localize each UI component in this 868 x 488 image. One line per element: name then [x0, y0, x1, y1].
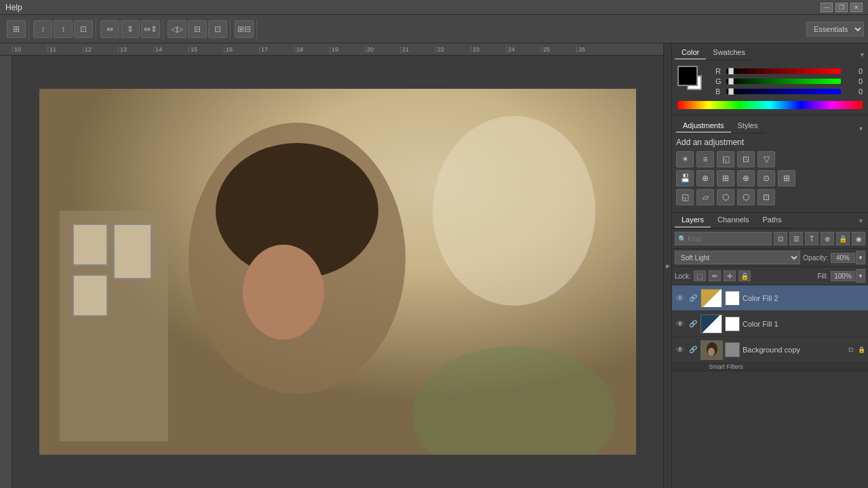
color-panel-content: R 0 G 0: [675, 63, 865, 112]
adj-selective-icon[interactable]: ⬡: [737, 189, 755, 205]
layer-name-color-fill-1: Color Fill 1: [743, 320, 865, 328]
panel-collapse-left[interactable]: ▶: [663, 43, 671, 488]
toolbar-btn-3[interactable]: ↕: [54, 20, 73, 38]
green-slider[interactable]: [726, 79, 841, 84]
toolbar-btn-2[interactable]: ↕: [33, 20, 52, 38]
lock-row: Lock: ⬚ ✏ ✛ 🔒 Fill: ▼: [672, 267, 868, 285]
search-icon: 🔍: [678, 235, 686, 243]
tab-adjustments[interactable]: Adjustments: [676, 119, 731, 133]
layer-lock-btn[interactable]: 🔒: [836, 232, 850, 245]
layer-eye-background-copy[interactable]: 👁: [675, 344, 686, 355]
layers-panel-collapse[interactable]: ▼: [858, 218, 868, 224]
adj-brightness-icon[interactable]: ☀: [676, 151, 694, 167]
svg-point-12: [708, 348, 715, 356]
layers-list: 👁 🔗 Color Fill 2 👁 🔗 Color Fill 1 👁: [672, 285, 868, 488]
adj-panel-collapse[interactable]: ▼: [858, 125, 864, 132]
blue-slider[interactable]: [726, 89, 841, 94]
adj-icons-row-3: ◱ ▱ ⬡ ⬡ ⊡: [676, 189, 864, 205]
adj-threshold-icon[interactable]: ▱: [696, 189, 714, 205]
ruler-num-24: 24: [506, 46, 541, 53]
adj-gradient-icon[interactable]: ▽: [757, 151, 775, 167]
layer-effects-btn[interactable]: ⊕: [821, 232, 834, 245]
tab-layers[interactable]: Layers: [675, 213, 711, 228]
ruler-num-20: 20: [365, 46, 400, 53]
adj-curves-icon[interactable]: ◱: [717, 151, 734, 167]
opacity-input[interactable]: [831, 253, 855, 263]
smart-filters-label: Smart Filters: [672, 363, 868, 371]
fill-dropdown-btn[interactable]: ▼: [856, 269, 865, 283]
adj-posterize-icon[interactable]: ◱: [676, 189, 694, 205]
layer-new-group-btn[interactable]: ☰: [789, 232, 803, 245]
opacity-dropdown-btn[interactable]: ▼: [856, 251, 865, 264]
color-panel-collapse[interactable]: ▼: [859, 52, 865, 58]
layer-link-background-copy[interactable]: 🔗: [688, 344, 698, 355]
blue-thumb[interactable]: [728, 88, 734, 95]
title-bar: Help — ❒ ✕: [0, 0, 868, 15]
main-layout: 10 11 12 13 14 15 16 17 18 19 20 21 22 2…: [0, 43, 868, 488]
layer-visibility-btn[interactable]: ◉: [852, 232, 865, 245]
lock-image-btn[interactable]: ✏: [709, 270, 721, 281]
red-value: 0: [844, 67, 863, 75]
adj-levels-icon[interactable]: ≡: [696, 151, 714, 167]
layer-item-color-fill-2[interactable]: 👁 🔗 Color Fill 2: [672, 285, 868, 311]
fill-input[interactable]: [831, 271, 855, 281]
lock-transparent-btn[interactable]: ⬚: [694, 270, 706, 281]
toolbar-btn-5[interactable]: ⇔: [100, 20, 119, 38]
layer-filter-btn[interactable]: ⊡: [774, 232, 787, 245]
layer-lock-indicator: 🔒: [858, 346, 865, 353]
layer-link-color-fill-2[interactable]: 🔗: [688, 293, 698, 304]
green-thumb[interactable]: [728, 78, 734, 85]
lock-all-btn[interactable]: 🔒: [738, 270, 751, 281]
essentials-dropdown[interactable]: Essentials: [806, 22, 864, 37]
blend-mode-select[interactable]: Soft Light: [675, 251, 800, 264]
layer-item-background-copy[interactable]: 👁 🔗 Background copy ⊡ 🔒: [672, 337, 868, 363]
layer-eye-color-fill-2[interactable]: 👁: [675, 293, 686, 304]
foreground-color-swatch[interactable]: [677, 66, 698, 86]
adj-photofilter-icon[interactable]: ⊙: [757, 170, 775, 186]
toolbar-btn-1[interactable]: ⊞: [7, 20, 26, 38]
layer-item-color-fill-1[interactable]: 👁 🔗 Color Fill 1: [672, 311, 868, 337]
ruler-num-18: 18: [294, 46, 330, 53]
search-box: 🔍: [675, 232, 772, 245]
adj-vibrance-icon[interactable]: 💾: [676, 170, 694, 186]
toolbar-btn-8[interactable]: ◁▷: [167, 20, 186, 38]
toolbar-group-2: ↕ ↕ ⊡: [31, 18, 96, 40]
ruler-num-16: 16: [224, 46, 259, 53]
layer-mask-color-fill-2: [725, 291, 740, 306]
red-thumb[interactable]: [728, 68, 734, 75]
maximize-button[interactable]: ❒: [835, 3, 848, 12]
adj-hsl-icon[interactable]: ⊕: [696, 170, 714, 186]
adj-bw-icon[interactable]: ⊕: [737, 170, 755, 186]
red-slider[interactable]: [726, 68, 841, 74]
lock-position-btn[interactable]: ✛: [724, 270, 736, 281]
adj-invert-icon[interactable]: ⊡: [757, 189, 775, 205]
layer-type-btn[interactable]: T: [805, 232, 818, 245]
close-button[interactable]: ✕: [850, 3, 863, 12]
toolbar-btn-7[interactable]: ⇔⇕: [141, 20, 160, 38]
adj-gradient-map-icon[interactable]: ⬡: [717, 189, 734, 205]
layer-mask-color-fill-1: [725, 317, 740, 331]
tab-color[interactable]: Color: [675, 46, 706, 60]
adj-colorbalance-icon[interactable]: ⊞: [717, 170, 734, 186]
layer-link-color-fill-1[interactable]: 🔗: [688, 319, 698, 329]
toolbar-btn-10[interactable]: ⊡: [208, 20, 227, 38]
adj-mixer-icon[interactable]: ⊞: [778, 170, 795, 186]
tab-paths[interactable]: Paths: [756, 213, 789, 228]
layer-name-color-fill-2: Color Fill 2: [743, 294, 865, 302]
spectrum-bar[interactable]: [677, 101, 863, 109]
adj-exposure-icon[interactable]: ⊡: [737, 151, 755, 167]
layer-eye-color-fill-1[interactable]: 👁: [675, 319, 686, 329]
search-input[interactable]: [688, 235, 768, 243]
tab-channels[interactable]: Channels: [711, 213, 755, 228]
toolbar-btn-6[interactable]: ⇕: [121, 20, 140, 38]
tab-styles[interactable]: Styles: [731, 119, 765, 133]
minimize-button[interactable]: —: [821, 3, 833, 12]
ruler-num-21: 21: [400, 46, 435, 53]
toolbar-btn-11[interactable]: ⊞⊟: [235, 20, 254, 38]
fill-label: Fill:: [817, 272, 828, 280]
canvas-container[interactable]: [12, 56, 663, 488]
tab-swatches[interactable]: Swatches: [706, 46, 752, 60]
toolbar-btn-4[interactable]: ⊡: [74, 20, 93, 38]
right-panel: Color Swatches ▼ R: [671, 43, 868, 488]
toolbar-btn-9[interactable]: ⊟: [188, 20, 207, 38]
